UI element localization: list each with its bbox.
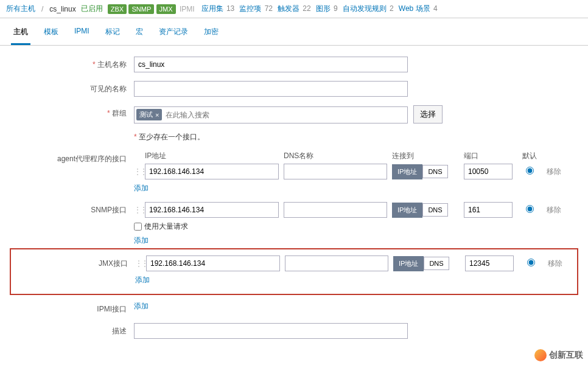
badge-jmx: JMX [156, 4, 176, 14]
protocol-badges: ZBX SNMP JMX IPMI [108, 4, 197, 14]
snmp-default-radio[interactable] [526, 205, 534, 213]
watermark: 创新互联 [534, 349, 583, 358]
tab-inventory[interactable]: 资产记录 [156, 23, 191, 45]
agent-remove-link[interactable]: 移除 [547, 167, 571, 177]
hostname-input[interactable] [134, 57, 408, 72]
groups-multiselect[interactable]: 测试× [134, 106, 408, 123]
watermark-icon [534, 349, 547, 358]
link-web[interactable]: Web 场景 4 [399, 4, 438, 14]
breadcrumb-all-hosts[interactable]: 所有主机 [6, 4, 35, 14]
link-graphs[interactable]: 图形 9 [316, 4, 338, 14]
hdr-port: 端口 [464, 151, 513, 161]
remove-tag-icon[interactable]: × [155, 111, 159, 119]
select-group-button[interactable]: 选择 [413, 105, 443, 123]
host-header: 所有主机 / cs_linux 已启用 ZBX SNMP JMX IPMI 应用… [0, 0, 588, 18]
snmp-ip-input[interactable] [145, 202, 279, 218]
hdr-dns: DNS名称 [284, 151, 387, 161]
label-hostname: 主机名称 [12, 57, 134, 70]
label-groups: 群组 [12, 105, 134, 119]
tab-bar: 主机 模板 IPMI 标记 宏 资产记录 加密 [0, 18, 588, 46]
visible-name-input[interactable] [134, 81, 408, 97]
agent-ip-input[interactable] [145, 164, 279, 179]
hdr-conn: 连接到 [392, 151, 459, 161]
jmx-default-radio[interactable] [527, 259, 535, 266]
jmx-dns-input[interactable] [285, 255, 388, 271]
badge-ipmi: IPMI [178, 4, 197, 15]
jmx-conn-ip-button[interactable]: IP地址 [393, 256, 424, 271]
drag-handle-icon[interactable]: ⋮⋮ [135, 259, 141, 268]
snmp-port-input[interactable] [464, 202, 513, 218]
agent-interface-row: ⋮⋮ IP地址DNS 移除 [134, 164, 576, 179]
tab-host[interactable]: 主机 [11, 23, 30, 45]
link-triggers[interactable]: 触发器 22 [278, 4, 311, 14]
agent-default-radio[interactable] [526, 167, 534, 175]
host-form: 主机名称 可见的名称 群组 测试× 选择 至少存在一个接口。 agent代理程序… [0, 46, 588, 358]
jmx-interface-row: ⋮⋮ IP地址DNS 移除 [135, 255, 575, 271]
agent-add-link[interactable]: 添加 [134, 183, 149, 193]
badge-zbx: ZBX [108, 4, 127, 14]
interface-required-note: 至少存在一个接口。 [134, 133, 205, 141]
link-applications[interactable]: 应用集 13 [201, 4, 235, 14]
jmx-conn-dns-button[interactable]: DNS [424, 257, 449, 270]
label-ipmi-interface: IPMI接口 [12, 301, 134, 315]
tab-templates[interactable]: 模板 [41, 23, 61, 45]
link-items[interactable]: 监控项 72 [239, 4, 273, 14]
jmx-add-link[interactable]: 添加 [135, 275, 150, 285]
snmp-bulk-checkbox[interactable] [134, 223, 142, 231]
agent-conn-dns-button[interactable]: DNS [422, 165, 447, 178]
label-visible-name: 可见的名称 [12, 81, 134, 94]
ipmi-add-link[interactable]: 添加 [134, 301, 149, 311]
label-agent-interface: agent代理程序的接口 [12, 151, 134, 164]
snmp-bulk-label: 使用大量请求 [144, 221, 188, 232]
group-tag: 测试× [136, 109, 162, 120]
hdr-default: 默认 [517, 151, 542, 161]
agent-dns-input[interactable] [284, 164, 387, 179]
snmp-interface-row: ⋮⋮ IP地址DNS 移除 [134, 202, 576, 218]
breadcrumb-sep: / [41, 5, 43, 13]
tab-macros[interactable]: 宏 [133, 23, 145, 45]
drag-handle-icon[interactable]: ⋮⋮ [134, 206, 140, 214]
jmx-remove-link[interactable]: 移除 [548, 259, 572, 269]
label-snmp-interface: SNMP接口 [12, 202, 134, 215]
snmp-conn-ip-button[interactable]: IP地址 [392, 203, 422, 218]
status-enabled: 已启用 [81, 4, 103, 14]
jmx-highlight: JMX接口 ⋮⋮ IP地址DNS 移除 添加 [10, 248, 578, 295]
description-input[interactable] [134, 323, 408, 339]
snmp-conn-dns-button[interactable]: DNS [422, 203, 447, 217]
label-description: 描述 [12, 323, 134, 336]
tab-tags[interactable]: 标记 [103, 23, 122, 45]
label-jmx-interface: JMX接口 [13, 255, 135, 269]
jmx-port-input[interactable] [465, 255, 514, 271]
jmx-ip-input[interactable] [146, 255, 280, 271]
tab-encryption[interactable]: 加密 [201, 23, 221, 45]
snmp-dns-input[interactable] [284, 202, 387, 218]
snmp-remove-link[interactable]: 移除 [547, 205, 571, 215]
hdr-ip: IP地址 [145, 151, 279, 161]
badge-snmp: SNMP [128, 4, 154, 14]
groups-search-input[interactable] [164, 109, 405, 121]
drag-handle-icon[interactable]: ⋮⋮ [134, 167, 140, 176]
breadcrumb-current: cs_linux [49, 5, 75, 13]
tab-ipmi[interactable]: IPMI [72, 23, 92, 45]
agent-port-input[interactable] [464, 164, 513, 179]
agent-conn-ip-button[interactable]: IP地址 [392, 164, 422, 179]
snmp-add-link[interactable]: 添加 [134, 235, 149, 246]
link-discovery[interactable]: 自动发现规则 2 [343, 4, 394, 14]
